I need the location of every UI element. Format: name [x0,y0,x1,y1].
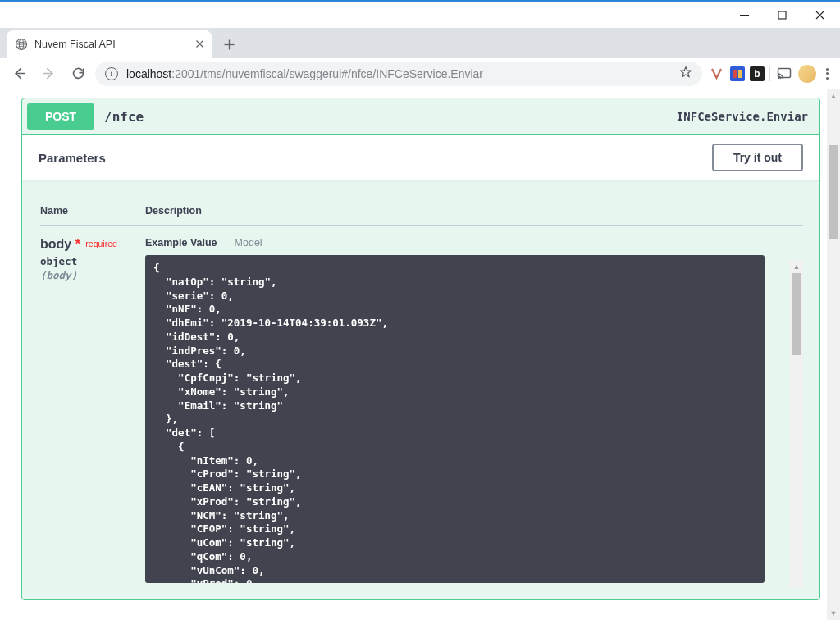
example-model-tabs: Example Value Model [145,237,803,248]
page-content: POST /nfce INFCeService.Enviar Parameter… [0,89,840,620]
parameter-name: body [40,237,71,251]
tab-strip: Nuvem Fiscal API [0,28,840,58]
svg-point-13 [713,74,714,75]
svg-rect-1 [778,11,786,19]
operation-block: POST /nfce INFCeService.Enviar Parameter… [21,98,820,600]
window-minimize-button[interactable] [725,2,763,27]
forward-button[interactable] [36,62,61,86]
parameters-table-header: Name Description [40,197,803,226]
extension-icon-3[interactable]: b [750,66,765,81]
required-label: required [84,239,117,248]
column-name: Name [40,205,145,217]
parameter-meta: body * required object (body) [40,237,145,583]
parameters-header: Parameters Try it out [22,135,819,180]
svg-rect-15 [738,70,742,78]
url-text: localhost:2001/tms/nuvemfiscal/swaggerui… [126,67,671,80]
svg-rect-14 [733,70,737,78]
extension-icon-2[interactable] [730,66,745,81]
required-star: * [75,237,80,251]
page-scroll-up-arrow-icon[interactable]: ▲ [827,89,840,103]
page-scrollbar-thumb[interactable] [829,145,838,239]
site-info-icon[interactable]: i [105,67,118,80]
page-scrollbar[interactable]: ▲ ▼ [827,89,840,620]
tab-example-value[interactable]: Example Value [145,237,217,248]
operation-path: /nfce [104,109,667,125]
parameters-title: Parameters [39,151,106,165]
back-button[interactable] [7,62,31,86]
page-scroll-down-arrow-icon[interactable]: ▼ [827,607,840,620]
try-it-out-button[interactable]: Try it out [712,144,803,171]
scroll-up-arrow-icon[interactable]: ▲ [790,260,803,273]
parameter-in: (body) [40,269,145,281]
profile-avatar[interactable] [798,65,816,83]
tab-title: Nuvem Fiscal API [34,39,189,50]
operation-summary[interactable]: POST /nfce INFCeService.Enviar [22,98,819,135]
svg-point-17 [778,77,779,79]
window-maximize-button[interactable] [763,2,801,27]
example-json-block[interactable]: { "natOp": "string", "serie": 0, "nNF": … [145,255,765,583]
example-scrollbar-thumb[interactable] [792,273,801,355]
parameters-body: Name Description body * required object … [22,180,819,599]
reload-button[interactable] [66,62,90,86]
column-description: Description [145,205,803,217]
globe-icon [15,38,28,51]
tab-model[interactable]: Model [235,237,262,248]
toolbar-divider [769,66,770,81]
browser-tab[interactable]: Nuvem Fiscal API [7,30,212,58]
operation-id: INFCeService.Enviar [677,110,808,123]
browser-toolbar: i localhost:2001/tms/nuvemfiscal/swagger… [0,58,840,89]
tab-close-icon[interactable] [196,39,203,50]
browser-menu-button[interactable] [821,68,833,80]
http-method-badge: POST [27,103,94,130]
window-titlebar [0,2,840,28]
window-close-button[interactable] [801,2,838,27]
tab-divider [226,237,226,248]
new-tab-button[interactable] [217,32,241,57]
cast-icon[interactable] [775,65,793,83]
address-bar[interactable]: i localhost:2001/tms/nuvemfiscal/swagger… [95,62,702,86]
parameter-name-line: body * required [40,237,145,252]
parameter-type: object [40,255,145,267]
extension-icon-1[interactable] [707,65,725,83]
parameter-row: body * required object (body) Example Va… [40,226,803,583]
parameter-content: Example Value Model { "natOp": "string",… [145,237,803,583]
example-scrollbar[interactable]: ▲ [790,260,803,588]
bookmark-star-icon[interactable] [679,66,692,81]
